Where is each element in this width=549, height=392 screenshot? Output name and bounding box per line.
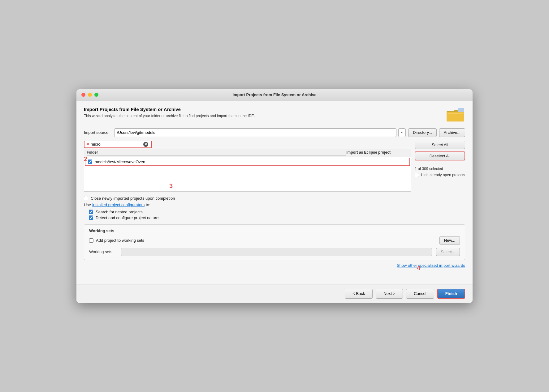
import-source-label: Import source: — [84, 130, 112, 135]
page-title: Import Projects from File System or Arch… — [84, 107, 255, 112]
use-suffix: to: — [146, 202, 150, 207]
selection-info: 1 of 309 selected Hide already open proj… — [415, 165, 465, 177]
annotation-2: 2 — [84, 156, 87, 163]
right-sidebar: Select All Deselect All 1 of 309 selecte… — [415, 141, 465, 192]
working-sets-select-button[interactable]: Select... — [436, 248, 460, 256]
next-button[interactable]: Next > — [376, 289, 403, 299]
clear-search-button[interactable]: ✕ — [143, 142, 148, 147]
maximize-btn[interactable] — [94, 93, 98, 97]
minimize-btn[interactable] — [88, 93, 92, 97]
main-content: 2 Import Projects from File System or Ar… — [76, 100, 473, 284]
hide-open-row: Hide already open projects — [415, 173, 465, 177]
window-title: Import Projects from File System or Arch… — [232, 92, 316, 97]
selection-count: 1 of 309 selected — [415, 167, 465, 171]
row-folder-label: models/test/MicrowaveOven — [95, 160, 407, 164]
detect-configure-checkbox[interactable] — [89, 215, 93, 220]
projects-table: Folder Import as Eclipse project models/… — [84, 149, 411, 192]
import-source-row: Import source: ▾ Directory... Archive... — [84, 128, 465, 137]
directory-button[interactable]: Directory... — [408, 128, 437, 137]
search-nested-checkbox[interactable] — [89, 210, 93, 214]
table-empty-space — [84, 167, 411, 191]
import-source-input[interactable] — [114, 128, 396, 137]
footer-buttons: < Back Next > Cancel Finish — [76, 284, 473, 303]
back-button[interactable]: < Back — [345, 289, 373, 299]
working-sets-input[interactable] — [121, 248, 432, 256]
page-description: This wizard analyzes the content of your… — [84, 114, 255, 118]
working-sets-label: Working sets: — [89, 249, 117, 254]
table-col-import: Import as Eclipse project — [346, 150, 408, 156]
working-sets-new-button[interactable]: New... — [439, 236, 460, 245]
search-nested-label: Search for nested projects — [96, 210, 143, 214]
use-prefix: Use — [84, 202, 91, 207]
finish-button[interactable]: Finish — [437, 289, 465, 299]
search-input-wrapper: ✕ ✕ — [84, 141, 152, 148]
header-text: Import Projects from File System or Arch… — [84, 107, 255, 118]
close-newly-row: Close newly imported projects upon compl… — [84, 196, 465, 201]
svg-rect-3 — [448, 113, 463, 114]
add-to-working-sets-checkbox[interactable] — [89, 238, 93, 243]
hide-open-label: Hide already open projects — [421, 173, 465, 177]
row-checkbox[interactable] — [88, 160, 92, 164]
folder-icon — [447, 107, 465, 122]
archive-button[interactable]: Archive... — [439, 128, 465, 137]
search-input[interactable] — [91, 142, 143, 147]
close-newly-label: Close newly imported projects upon compl… — [91, 196, 175, 201]
import-source-input-wrap: ▾ — [114, 128, 406, 137]
configurators-link[interactable]: installed project configurators — [92, 202, 145, 207]
search-clear-x-icon: ✕ — [86, 142, 89, 147]
search-table-area: ✕ ✕ Folder Import as Eclipse project mod… — [84, 141, 465, 192]
annotation-3: 3 — [169, 182, 173, 190]
table-col-folder: Folder — [87, 150, 346, 156]
header-section: Import Projects from File System or Arch… — [84, 107, 465, 122]
import-source-dropdown[interactable]: ▾ — [398, 128, 406, 137]
search-row: ✕ ✕ — [84, 141, 411, 148]
detect-configure-label: Detect and configure project natures — [96, 215, 161, 220]
add-to-working-sets-label: Add project to working sets — [96, 238, 144, 243]
search-nested-row: Search for nested projects — [89, 210, 465, 214]
close-btn[interactable] — [81, 93, 85, 97]
search-table-left: ✕ ✕ Folder Import as Eclipse project mod… — [84, 141, 411, 192]
svg-rect-5 — [458, 108, 464, 112]
titlebar: Import Projects from File System or Arch… — [76, 89, 473, 100]
select-all-button[interactable]: Select All — [415, 141, 465, 149]
working-sets-add-row: Add project to working sets New... — [89, 236, 460, 245]
working-sets-row: Working sets: Select... — [89, 248, 460, 256]
table-row: models/test/MicrowaveOven — [85, 158, 410, 166]
annotation-4: 4 — [76, 265, 420, 272]
close-newly-checkbox[interactable] — [84, 196, 88, 200]
use-configurators-row: Use installed project configurators to: — [84, 202, 465, 207]
deselect-all-button[interactable]: Deselect All — [415, 151, 465, 160]
window-controls — [81, 93, 98, 97]
detect-configure-row: Detect and configure project natures — [89, 215, 465, 220]
working-sets-section: Working sets Add project to working sets… — [84, 224, 465, 260]
cancel-button[interactable]: Cancel — [406, 289, 434, 299]
main-window: Import Projects from File System or Arch… — [76, 89, 473, 303]
hide-open-checkbox[interactable] — [415, 173, 419, 177]
table-header: Folder Import as Eclipse project — [84, 149, 411, 157]
working-sets-add-left: Add project to working sets — [89, 238, 144, 243]
working-sets-title: Working sets — [89, 228, 460, 233]
